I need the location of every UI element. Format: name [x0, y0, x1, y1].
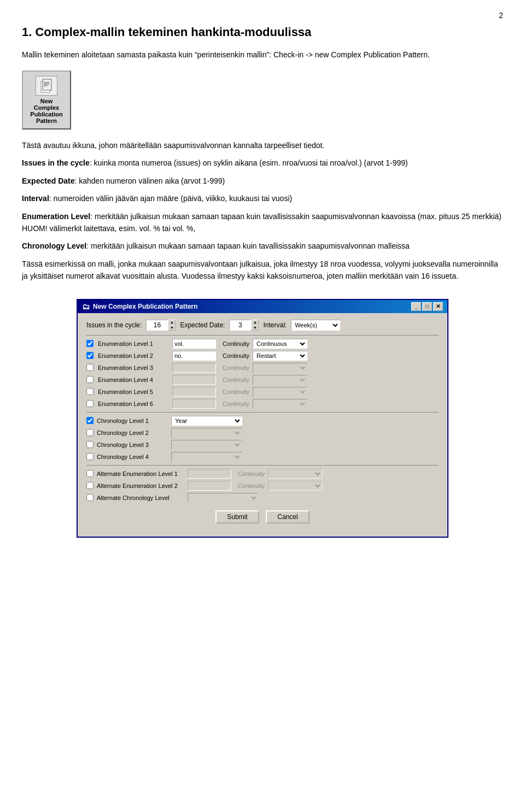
enum-label-6: Enumeration Level 6 [98, 401, 169, 407]
enum-continuity-select-3[interactable] [253, 363, 307, 373]
enum-input-4[interactable] [172, 375, 216, 385]
chron-checkbox-1[interactable] [86, 417, 94, 424]
dialog-title: New Complex Publication Pattern [93, 303, 197, 310]
expected-date-label: Expected Date: [180, 321, 225, 329]
chron-row-2: Chronology Level 2 [86, 428, 439, 438]
enum-input-3[interactable] [172, 363, 216, 373]
divider-top [86, 335, 439, 336]
chron-select-1[interactable]: Year Month Season Week Day [171, 416, 242, 426]
para4-rest: : numeroiden väliin jäävän ajan määre (p… [49, 194, 292, 203]
para6: Chronology Level: merkitään julkaisun mu… [22, 240, 503, 252]
chron-select-4[interactable] [171, 452, 242, 462]
issues-spin-buttons: ▲ ▼ [168, 320, 176, 331]
para7: Tässä esimerkissä on malli, jonka mukaan… [22, 258, 503, 283]
alt-enum-row-2: Alternate Enumeration Level 2 Continuity [86, 481, 439, 491]
chronology-section: Chronology Level 1 Year Month Season Wee… [86, 416, 439, 462]
enum-input-5[interactable] [172, 387, 216, 397]
enum-input-2[interactable] [172, 351, 216, 361]
chron-select-3[interactable] [171, 440, 242, 450]
enum-checkbox-4[interactable] [86, 376, 94, 383]
alt-chron-checkbox[interactable] [86, 494, 94, 501]
enum-checkbox-1[interactable] [86, 340, 94, 347]
enum-label-2: Enumeration Level 2 [98, 352, 169, 359]
para3-lead: Expected Date [22, 176, 74, 185]
titlebar-controls: _ □ ✕ [411, 302, 443, 311]
dialog-body: Issues in the cycle: ▲ ▼ Expected Date: … [78, 313, 447, 537]
chron-select-2[interactable] [171, 428, 242, 438]
alt-enumeration-section: Alternate Enumeration Level 1 Continuity… [86, 469, 439, 491]
enum-label-1: Enumeration Level 1 [98, 340, 169, 347]
issues-spin-up[interactable]: ▲ [168, 320, 176, 325]
svg-rect-1 [43, 79, 51, 90]
chron-checkbox-3[interactable] [86, 441, 94, 448]
dialog-icon: 🗂 [82, 302, 90, 311]
maximize-button[interactable]: □ [422, 302, 432, 311]
alt-enum-checkbox-2[interactable] [86, 482, 94, 489]
alt-enum-input-2[interactable] [188, 481, 231, 491]
enum-input-1[interactable] [172, 339, 216, 349]
enum-checkbox-5[interactable] [86, 388, 94, 395]
enum-checkbox-3[interactable] [86, 364, 94, 371]
alt-enum-checkbox-1[interactable] [86, 470, 94, 477]
alt-enum-input-1[interactable] [188, 469, 231, 479]
enum-row-4: Enumeration Level 4 Continuity [86, 375, 439, 385]
enum-checkbox-6[interactable] [86, 400, 94, 407]
alt-enum-cont-select-1[interactable] [268, 469, 323, 479]
chron-label-3: Chronology Level 3 [97, 442, 168, 448]
cancel-button[interactable]: Cancel [266, 510, 310, 523]
dialog-titlebar: 🗂 New Complex Publication Pattern _ □ ✕ [78, 300, 447, 313]
enum-continuity-select-2[interactable]: Continuous Restart [253, 351, 307, 361]
para2-lead: Issues in the cycle [22, 158, 90, 167]
enum-continuity-select-1[interactable]: Continuous Restart [253, 339, 307, 349]
para2: Issues in the cycle: kuinka monta numero… [22, 157, 503, 169]
enumeration-section: Enumeration Level 1 Continuity Continuou… [86, 339, 439, 409]
enum-continuity-label-6: Continuity [219, 401, 249, 407]
alt-chron-select[interactable] [188, 493, 259, 503]
expected-date-spin-up[interactable]: ▲ [251, 320, 259, 325]
enum-continuity-label-1: Continuity [219, 340, 249, 347]
enum-row-2: Enumeration Level 2 Continuity Continuou… [86, 351, 439, 361]
expected-date-input[interactable] [229, 320, 251, 331]
para4: Interval: numeroiden väliin jäävän ajan … [22, 192, 503, 204]
issues-spin-down[interactable]: ▼ [168, 325, 176, 331]
submit-button[interactable]: Submit [215, 510, 259, 523]
enum-continuity-select-6[interactable] [253, 399, 307, 409]
chron-row-3: Chronology Level 3 [86, 440, 439, 450]
para5: Enumeration Level: merkitään julkaisun m… [22, 210, 503, 235]
para1: Tästä avautuu ikkuna, johon määritellään… [22, 139, 503, 151]
alt-chron-row: Alternate Chronology Level [86, 493, 439, 503]
chron-label-2: Chronology Level 2 [97, 429, 168, 436]
interval-label: Interval: [263, 321, 287, 329]
chron-checkbox-2[interactable] [86, 429, 94, 436]
minimize-button[interactable]: _ [411, 302, 421, 311]
enum-continuity-select-5[interactable] [253, 387, 307, 397]
issues-spinbox[interactable]: ▲ ▼ [146, 320, 176, 331]
enum-label-5: Enumeration Level 5 [98, 389, 169, 395]
para3-rest: : kahden numeron välinen aika (arvot 1-9… [74, 176, 225, 185]
close-button[interactable]: ✕ [433, 302, 443, 311]
intro-paragraph: Mallin tekeminen aloitetaan samasta paik… [22, 49, 503, 61]
alt-enum-label-1: Alternate Enumeration Level 1 [97, 470, 184, 477]
interval-group: Week(s) Day(s) Month(s) Year(s) [291, 320, 340, 331]
issues-input[interactable] [146, 320, 168, 331]
top-row: Issues in the cycle: ▲ ▼ Expected Date: … [86, 320, 439, 331]
interval-select[interactable]: Week(s) Day(s) Month(s) Year(s) [291, 320, 340, 331]
page-title: 1. Complex-mallin tekeminen hankinta-mod… [22, 25, 503, 39]
titlebar-left: 🗂 New Complex Publication Pattern [82, 302, 197, 311]
expected-date-spinbox[interactable]: ▲ ▼ [229, 320, 259, 331]
divider-alt [86, 465, 439, 466]
chron-row-4: Chronology Level 4 [86, 452, 439, 462]
expected-date-spin-down[interactable]: ▼ [251, 325, 259, 331]
enum-continuity-select-4[interactable] [253, 375, 307, 385]
alt-enum-cont-select-2[interactable] [268, 481, 323, 491]
enum-input-6[interactable] [172, 399, 216, 409]
enum-checkbox-2[interactable] [86, 352, 94, 359]
issues-label: Issues in the cycle: [86, 321, 142, 329]
chron-row-1: Chronology Level 1 Year Month Season Wee… [86, 416, 439, 426]
dialog: 🗂 New Complex Publication Pattern _ □ ✕ … [77, 299, 448, 538]
enum-label-3: Enumeration Level 3 [98, 364, 169, 371]
alt-enum-row-1: Alternate Enumeration Level 1 Continuity [86, 469, 439, 479]
chron-checkbox-4[interactable] [86, 453, 94, 460]
enum-continuity-label-4: Continuity [219, 376, 249, 383]
page-number: 2 [22, 11, 503, 20]
